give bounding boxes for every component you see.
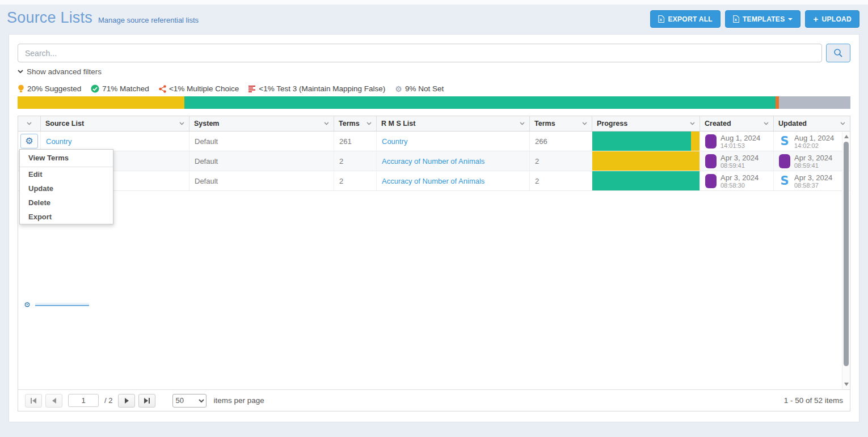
legend-label: 20% Suggested (27, 84, 81, 93)
source-list-link[interactable]: Country (46, 137, 72, 146)
gear-icon (25, 137, 33, 146)
column-header-updated[interactable]: Updated (774, 116, 850, 131)
column-header-source-list[interactable]: Source List (41, 116, 189, 131)
rms-list-link[interactable]: Accuracy of Number of Animals (382, 177, 484, 185)
created-by-icon (705, 134, 717, 149)
chevron-down-icon[interactable] (520, 122, 525, 125)
scroll-down-icon[interactable] (844, 383, 849, 386)
suggested-segment (18, 96, 184, 109)
not-set-segment (779, 96, 850, 109)
chevron-down-icon[interactable] (179, 122, 184, 125)
matched-segment (592, 131, 691, 151)
table-row: Country Default 261 Country 266 Aug 1, 2… (18, 131, 850, 151)
system-cell: Default (189, 151, 334, 171)
table-row: Default 2 Accuracy of Number of Animals … (18, 151, 850, 171)
column-header-system[interactable]: System (189, 116, 334, 131)
row-actions-context-menu: View Terms Edit Update Delete Export (19, 149, 113, 224)
source-list-cell: Country (41, 131, 189, 151)
menu-item-edit[interactable]: Edit (20, 167, 113, 181)
last-page-button[interactable] (138, 394, 155, 408)
rms-list-link[interactable]: Accuracy of Number of Animals (382, 157, 484, 166)
chevron-down-icon[interactable] (690, 122, 695, 125)
created-by-icon (705, 174, 717, 188)
chevron-down-icon[interactable] (366, 122, 372, 125)
gear-icon (395, 85, 402, 93)
upload-button[interactable]: UPLOAD (805, 10, 859, 28)
created-time: 14:01:53 (720, 142, 760, 149)
scrollbar-thumb[interactable] (844, 142, 849, 366)
show-advanced-filters-label: Show advanced filters (27, 67, 102, 76)
rms-list-cell: Accuracy of Number of Animals (377, 171, 530, 190)
column-header-actions[interactable] (18, 116, 41, 131)
check-circle-icon (91, 84, 99, 93)
page-number-input[interactable] (68, 394, 99, 407)
templates-button[interactable]: x TEMPLATES (725, 10, 800, 28)
chevron-down-icon[interactable] (582, 122, 587, 125)
last-page-icon (144, 398, 148, 404)
updated-by-icon (779, 154, 790, 168)
menu-item-view-terms[interactable]: View Terms (20, 150, 113, 167)
excel-file-icon: x (658, 15, 664, 23)
menu-item-delete[interactable]: Delete (20, 196, 113, 210)
column-header-terms[interactable]: Terms (334, 116, 377, 131)
first-page-icon (31, 398, 32, 404)
updated-time: 14:02:02 (794, 142, 834, 149)
created-cell: Apr 3, 2024 08:58:30 (700, 171, 774, 190)
search-button[interactable] (826, 44, 850, 62)
rms-list-cell: Accuracy of Number of Animals (377, 151, 530, 171)
created-by-icon (705, 154, 717, 168)
updated-date: Aug 1, 2024 (794, 134, 834, 142)
column-header-rms-list[interactable]: R M S List (377, 116, 530, 131)
show-advanced-filters-toggle[interactable]: Show advanced filters (18, 67, 102, 76)
menu-item-export[interactable]: Export (20, 210, 113, 224)
export-all-button[interactable]: x EXPORT ALL (650, 10, 720, 28)
created-date: Apr 3, 2024 (720, 173, 759, 182)
first-page-button[interactable] (25, 394, 42, 408)
matched-segment (592, 171, 700, 190)
row-actions-gear-button[interactable] (20, 134, 38, 149)
chevron-down-icon[interactable] (27, 122, 32, 125)
search-icon (833, 48, 843, 58)
created-time: 08:59:41 (720, 162, 759, 169)
updated-by-icon (779, 174, 790, 188)
next-page-button[interactable] (118, 394, 135, 408)
progress-cell (592, 171, 700, 190)
progress-cell (592, 131, 700, 151)
page-size-select[interactable]: 50 (172, 394, 207, 408)
export-all-label: EXPORT ALL (668, 15, 713, 23)
row-progress-bar (592, 171, 700, 190)
updated-by-icon (779, 134, 790, 149)
created-cell: Aug 1, 2024 14:01:53 (700, 131, 774, 151)
column-header-rms-terms[interactable]: Terms (530, 116, 592, 131)
rms-list-link[interactable]: Country (382, 137, 408, 146)
previous-page-button[interactable] (45, 394, 62, 408)
column-header-created[interactable]: Created (700, 116, 774, 131)
previous-page-icon (52, 398, 56, 404)
legend-item-test3: <1% Test 3 (Maintain Mapping False) (248, 84, 385, 93)
created-time: 08:58:30 (720, 182, 759, 189)
rms-terms-cell: 2 (530, 151, 592, 171)
updated-time: 08:58:37 (794, 182, 832, 189)
menu-item-update[interactable]: Update (20, 181, 113, 196)
chevron-down-icon[interactable] (764, 122, 769, 125)
row-actions-cell (18, 131, 41, 151)
system-cell: Default (189, 171, 334, 190)
search-input[interactable] (18, 44, 822, 62)
obscured-link-fragment (35, 303, 89, 306)
legend-label: 71% Matched (102, 84, 149, 93)
chevron-down-icon[interactable] (840, 122, 845, 125)
updated-date: Apr 3, 2024 (794, 154, 832, 162)
toolbar: x EXPORT ALL x TEMPLATES UPLOAD (650, 10, 859, 28)
chevron-down-icon[interactable] (324, 122, 329, 125)
next-page-icon (125, 398, 129, 404)
total-pages-label: / 2 (104, 396, 112, 405)
excel-file-icon: x (733, 15, 739, 23)
caret-down-icon (788, 18, 793, 20)
system-cell: Default (189, 131, 334, 151)
column-label: Source List (45, 120, 84, 128)
scroll-up-icon[interactable] (844, 135, 849, 138)
column-header-progress[interactable]: Progress (592, 116, 700, 131)
vertical-scrollbar[interactable] (842, 132, 849, 389)
column-label: System (194, 120, 219, 128)
updated-time: 08:59:41 (794, 162, 832, 169)
